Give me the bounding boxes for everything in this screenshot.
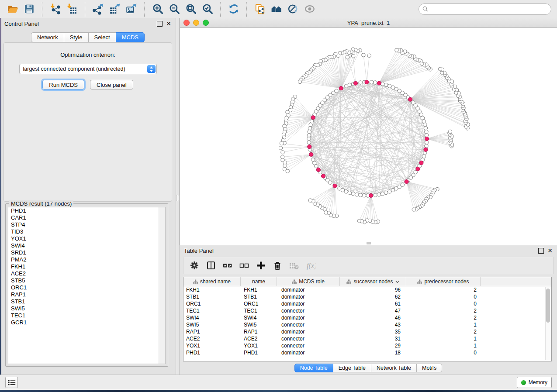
mcds-list-scrollbar[interactable] xyxy=(159,207,165,364)
table-tab-network-table[interactable]: Network Table xyxy=(371,364,417,372)
table-row-ACE2[interactable]: ACE2ACE2connector311 xyxy=(183,335,551,342)
mcds-result-item[interactable]: PHD1 xyxy=(8,207,165,214)
table-row-FKH1[interactable]: FKH1FKH1dominator962 xyxy=(183,286,551,293)
search-input[interactable] xyxy=(428,6,547,13)
table-row-PHD1[interactable]: PHD1PHD1dominator180 xyxy=(183,349,551,356)
float-panel-icon[interactable] xyxy=(157,21,163,27)
toolbar-button-first-neighbors[interactable] xyxy=(268,2,285,16)
table-row-STB1[interactable]: STB1STB1dominator620 xyxy=(183,293,551,300)
close-table-panel-icon[interactable]: ✕ xyxy=(547,248,553,253)
table-toolbar-select-all-button[interactable] xyxy=(220,259,235,272)
refresh-icon xyxy=(228,3,239,15)
mcds-result-item[interactable]: TID3 xyxy=(8,228,165,235)
toolbar-button-zoom-selected[interactable] xyxy=(199,2,216,16)
mcds-result-item[interactable]: SRD1 xyxy=(8,249,165,256)
splitter-grip[interactable] xyxy=(176,195,179,201)
toolbar-button-save[interactable] xyxy=(21,2,38,16)
trash-icon xyxy=(273,261,282,270)
column-header-MCDS-role[interactable]: MCDS role xyxy=(277,277,340,286)
table-row-TEC1[interactable]: TEC1TEC1connector472 xyxy=(183,307,551,314)
network-title: YPA_prune.txt_1 xyxy=(180,20,557,26)
cell-role: dominator xyxy=(277,287,340,293)
table-toolbar-gear-button[interactable] xyxy=(187,259,202,272)
cell-name: TEC1 xyxy=(241,308,277,314)
duplicate-network-icon xyxy=(254,3,266,15)
table-scrollbar-thumb[interactable] xyxy=(546,289,550,323)
mcds-result-item[interactable]: ORC1 xyxy=(8,284,165,291)
table-toolbar-deselect-all-button[interactable] xyxy=(237,259,252,272)
table-panel: Table Panel ✕ f(x) shared namenameMCDS r… xyxy=(180,245,557,375)
column-header-predecessor-nodes[interactable]: predecessor nodes xyxy=(406,277,481,286)
zoom-out-icon xyxy=(169,3,180,15)
table-row-SWI4[interactable]: SWI4SWI4dominator462 xyxy=(183,314,551,321)
canvas-splitter-grip[interactable] xyxy=(367,242,371,244)
table-tab-node-table[interactable]: Node Table xyxy=(294,364,333,372)
control-panel-title: Control Panel xyxy=(4,21,39,27)
toolbar-button-export-image[interactable] xyxy=(123,2,140,16)
table-row-RAP1[interactable]: RAP1RAP1dominator352 xyxy=(183,328,551,335)
mcds-result-item[interactable]: FKH1 xyxy=(8,263,165,270)
toolbar-button-import-network[interactable] xyxy=(47,2,64,16)
search-box[interactable] xyxy=(419,3,551,15)
cell-role: connector xyxy=(277,343,340,349)
network-canvas[interactable] xyxy=(180,28,557,245)
app-window: Control Panel ✕ NetworkStyleSelectMCDS O… xyxy=(0,0,557,390)
mcds-result-item[interactable]: STP4 xyxy=(8,221,165,228)
table-toolbar-trash-button[interactable] xyxy=(270,259,285,272)
table-row-SWI5[interactable]: SWI5SWI5connector431 xyxy=(183,321,551,328)
tab-network[interactable]: Network xyxy=(31,32,64,42)
mcds-result-list[interactable]: PHD1CAR1STP4TID3YOX1SWI4SRD1PMA2FKH1ACE2… xyxy=(8,207,166,364)
mcds-result-item[interactable]: SWI4 xyxy=(8,242,165,249)
mcds-result-item[interactable]: ACE2 xyxy=(8,270,165,277)
column-header-shared-name[interactable]: shared name xyxy=(183,277,241,286)
optimization-select-value: largest connected component (undirected) xyxy=(20,66,147,72)
network-titlebar: YPA_prune.txt_1 xyxy=(180,18,557,28)
vertical-splitter[interactable] xyxy=(176,18,180,375)
column-header-name[interactable]: name xyxy=(241,277,277,286)
toolbar-button-export-table[interactable] xyxy=(107,2,123,16)
tab-mcds[interactable]: MCDS xyxy=(116,32,145,42)
table-scrollbar[interactable] xyxy=(545,287,550,360)
mcds-result-item[interactable]: STB5 xyxy=(8,277,165,284)
mcds-result-item[interactable]: GCR1 xyxy=(8,319,165,326)
toolbar-button-export-network[interactable] xyxy=(90,2,107,16)
table-tab-edge-table[interactable]: Edge Table xyxy=(333,364,371,372)
memory-button[interactable]: Memory xyxy=(517,377,552,388)
tab-select[interactable]: Select xyxy=(88,32,116,42)
tab-style[interactable]: Style xyxy=(64,32,89,42)
run-mcds-button[interactable]: Run MCDS xyxy=(42,80,84,89)
table-tab-motifs[interactable]: Motifs xyxy=(416,364,442,372)
mcds-result-item[interactable]: PMA2 xyxy=(8,256,165,263)
optimization-select[interactable]: largest connected component (undirected) xyxy=(19,64,157,74)
toolbar-button-duplicate-network[interactable] xyxy=(252,2,268,16)
table-toolbar-columns-button[interactable] xyxy=(204,259,218,272)
mcds-result-item[interactable]: SWI5 xyxy=(8,305,165,312)
table-row-ORC1[interactable]: ORC1ORC1dominator610 xyxy=(183,300,551,307)
function-icon: f(x) xyxy=(306,261,315,270)
column-header-successor-nodes[interactable]: successor nodes xyxy=(340,277,406,286)
toolbar-button-open[interactable] xyxy=(4,2,21,16)
status-bar: Memory xyxy=(0,375,557,390)
mcds-result-item[interactable]: YOX1 xyxy=(8,235,165,242)
toolbar-button-import-table[interactable] xyxy=(64,2,80,16)
mcds-result-item[interactable]: RAP1 xyxy=(8,291,165,298)
toolbar-button-show-all[interactable] xyxy=(301,2,318,16)
open-icon xyxy=(7,3,18,15)
toolbar-button-hide-selected[interactable] xyxy=(285,2,301,16)
table-row-YOX1[interactable]: YOX1YOX1connector291 xyxy=(183,342,551,349)
toolbar-button-zoom-fit[interactable] xyxy=(183,2,199,16)
mcds-result-item[interactable]: TEC1 xyxy=(8,312,165,319)
table-toolbar-add-button[interactable] xyxy=(253,259,268,272)
toolbar-button-refresh[interactable] xyxy=(225,2,242,16)
close-panel-icon[interactable]: ✕ xyxy=(166,21,171,26)
float-table-panel-icon[interactable] xyxy=(538,248,544,254)
close-panel-button[interactable]: Close panel xyxy=(90,80,133,89)
table-toolbar: f(x) xyxy=(183,257,554,274)
toolbar-button-zoom-out[interactable] xyxy=(166,2,183,16)
mcds-result-item[interactable]: STB1 xyxy=(8,298,165,305)
show-panels-button[interactable] xyxy=(5,377,18,388)
toolbar-button-zoom-in[interactable] xyxy=(149,2,166,16)
mcds-result-item[interactable]: CAR1 xyxy=(8,214,165,221)
network-graph[interactable] xyxy=(180,28,557,245)
columns-icon xyxy=(206,261,216,270)
